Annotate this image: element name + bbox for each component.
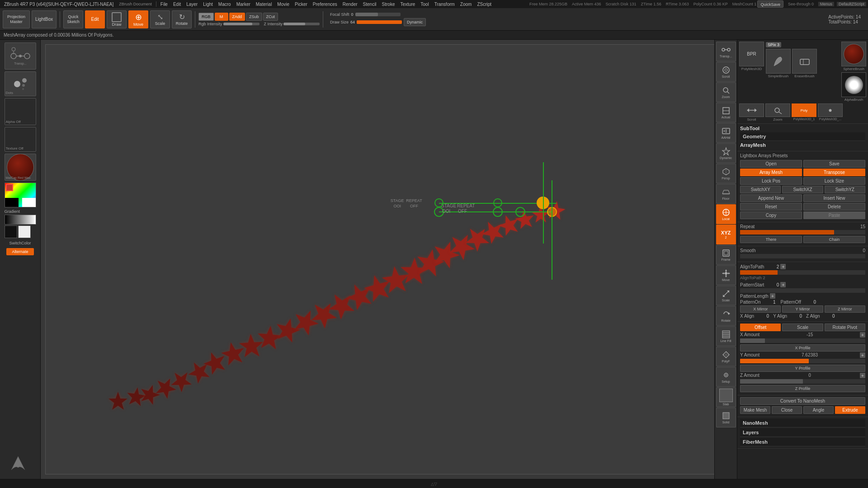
- gizmo-circle-mid[interactable]: [493, 198, 502, 207]
- transpose-tool[interactable]: Transp...: [5, 42, 36, 70]
- convert-to-nanomesh-button[interactable]: Convert To NanoMesh: [740, 397, 865, 405]
- lock-pos-button[interactable]: Lock Pos: [740, 177, 802, 185]
- sidebar-persp[interactable]: Persp: [716, 164, 736, 183]
- quicksave-button[interactable]: QuickSave: [757, 0, 783, 8]
- sidebar-xyz2[interactable]: XYZ 2: [716, 225, 736, 244]
- reset-button[interactable]: Reset: [740, 203, 802, 211]
- menu-movie[interactable]: Movie: [275, 2, 292, 7]
- zadd-button[interactable]: ZAdd: [229, 13, 245, 21]
- y-amount-plus[interactable]: +: [860, 352, 865, 358]
- gradient-swatch-black[interactable]: [5, 225, 17, 238]
- sphere-brush-thumb[interactable]: SphereBrush: [841, 42, 866, 71]
- z-intensity-slider[interactable]: [283, 23, 320, 25]
- menu-macro[interactable]: Macro: [216, 2, 233, 7]
- draw-size-slider[interactable]: [357, 20, 402, 24]
- simple-brush-thumb[interactable]: SimpleBrush: [766, 49, 791, 78]
- material-slot[interactable]: MatCap Red Wax: [5, 154, 36, 181]
- gradient-preview[interactable]: [5, 215, 36, 225]
- sidebar-actual[interactable]: Actual: [716, 103, 736, 122]
- z-amount-slider[interactable]: [740, 379, 865, 384]
- zcut-button[interactable]: ZCut: [263, 13, 278, 21]
- sidebar-scale-icon[interactable]: Scale: [716, 286, 736, 305]
- poly-mesh-2-btn[interactable]: ⬟ PolyMesh3D_...: [818, 103, 843, 122]
- sidebar-solid[interactable]: Solid: [716, 408, 736, 427]
- zoom-btn[interactable]: Zoom: [765, 103, 790, 122]
- close-button[interactable]: Close: [772, 406, 802, 414]
- bpr-button[interactable]: BPR: [739, 42, 764, 66]
- menu-stroke[interactable]: Stroke: [380, 2, 397, 7]
- extrude-button[interactable]: Extrude: [835, 406, 865, 414]
- sidebar-polyf[interactable]: PolyF: [716, 347, 736, 366]
- lock-size-button[interactable]: Lock Size: [803, 177, 865, 185]
- rgb-button[interactable]: RGB: [198, 13, 214, 21]
- offset-tab[interactable]: Offset: [740, 324, 781, 331]
- projection-master-button[interactable]: ProjectionMaster: [3, 10, 30, 28]
- sidebar-move[interactable]: Move: [716, 265, 736, 285]
- open-button[interactable]: Open: [740, 160, 802, 168]
- quick-sketch-button[interactable]: QuickSketch: [63, 10, 83, 28]
- there-button[interactable]: There: [740, 236, 802, 243]
- switch-xy-button[interactable]: SwitchXY: [740, 186, 781, 193]
- menu-stencil[interactable]: Stencil: [361, 2, 379, 7]
- scroll-btn[interactable]: Scroll: [739, 103, 764, 122]
- pattern-start-plus[interactable]: +: [780, 282, 786, 287]
- align-to-path-plus[interactable]: +: [780, 264, 786, 269]
- canvas-inner[interactable]: STAGE REPEAT OOI OFF: [45, 44, 732, 474]
- geometry-header[interactable]: Geometry: [740, 132, 865, 141]
- alpha-slot[interactable]: Alpha Off: [5, 98, 36, 125]
- menu-picker[interactable]: Picker: [292, 2, 310, 7]
- make-mesh-button[interactable]: Make Mesh: [740, 406, 770, 414]
- transpose-button[interactable]: Transpose: [803, 169, 865, 176]
- menu-file[interactable]: File: [158, 2, 170, 7]
- sidebar-setup[interactable]: Setup: [716, 367, 736, 387]
- zscript-btn[interactable]: DefaultZScript: [837, 2, 866, 6]
- layers-header[interactable]: Layers: [740, 428, 865, 437]
- rotate-pivot-tab[interactable]: Rotate Pivot: [825, 324, 865, 331]
- delete-button[interactable]: Delete: [803, 203, 865, 211]
- menu-zscript[interactable]: ZScript: [475, 2, 494, 7]
- menu-render[interactable]: Render: [340, 2, 360, 7]
- x-profile-button[interactable]: X Profile: [740, 344, 865, 352]
- pattern-length-plus[interactable]: +: [770, 293, 775, 299]
- lightbox-button[interactable]: LightBox: [32, 10, 57, 28]
- menu-texture[interactable]: Texture: [398, 2, 418, 7]
- menu-light[interactable]: Light: [201, 2, 215, 7]
- poly-mesh-1-btn[interactable]: Poly PolyMesh3D_1: [792, 103, 816, 122]
- sidebar-scroll[interactable]: Scroll: [716, 62, 736, 82]
- canvas-area[interactable]: STAGE REPEAT OOI OFF: [41, 40, 737, 479]
- menu-transform[interactable]: Transform: [432, 2, 457, 7]
- menu-material[interactable]: Material: [254, 2, 274, 7]
- scale-button[interactable]: ⤡ Scale: [150, 10, 170, 28]
- nanomesh-header[interactable]: NanoMesh: [740, 419, 865, 427]
- rotate-button[interactable]: ↻ Rotate: [172, 10, 192, 28]
- y-mirror-button[interactable]: Y Mirror: [782, 305, 823, 313]
- rgb-intensity-slider[interactable]: [223, 23, 259, 25]
- smooth-slider[interactable]: [740, 254, 865, 258]
- angle-button[interactable]: Angle: [803, 406, 834, 414]
- stars-canvas[interactable]: [46, 45, 732, 474]
- copy-button[interactable]: Copy: [740, 211, 802, 219]
- texture-slot[interactable]: Texture Off: [5, 127, 36, 152]
- menu-edit[interactable]: Edit: [171, 2, 183, 7]
- repeat-slider[interactable]: [740, 230, 865, 235]
- x-amount-slider[interactable]: [740, 338, 865, 343]
- eraser-brush-thumb[interactable]: EraserBrush: [792, 49, 817, 78]
- edit-button[interactable]: Edit: [85, 10, 105, 28]
- sidebar-aahal[interactable]: AAHal: [716, 123, 736, 143]
- menus-btn[interactable]: Menus: [818, 2, 834, 6]
- sidebar-line-fill[interactable]: Line Fill: [716, 326, 736, 346]
- sidebar-frame[interactable]: Frame: [716, 245, 736, 265]
- sidebar-transpose[interactable]: Transp...: [716, 42, 736, 61]
- y-profile-button[interactable]: Y Profile: [740, 365, 865, 372]
- menu-zbrush[interactable]: ZBrush 4R7 P3 (x64)[SIUH-QEYF-QWEO-LJTI-…: [2, 2, 116, 7]
- sidebar-dynamic[interactable]: Dynamic: [716, 143, 736, 163]
- sidebar-local[interactable]: Local: [716, 204, 736, 224]
- menu-preferences[interactable]: Preferences: [311, 2, 340, 7]
- sidebar-slab[interactable]: Slab: [716, 387, 736, 407]
- color-black[interactable]: [5, 198, 19, 207]
- sidebar-floor[interactable]: Floor: [716, 184, 736, 204]
- sidebar-zoom[interactable]: Zoom: [716, 82, 736, 102]
- switch-yz-button[interactable]: SwitchYZ: [825, 186, 865, 193]
- menu-tool[interactable]: Tool: [418, 2, 431, 7]
- move-button[interactable]: ⊕ Move: [128, 10, 148, 28]
